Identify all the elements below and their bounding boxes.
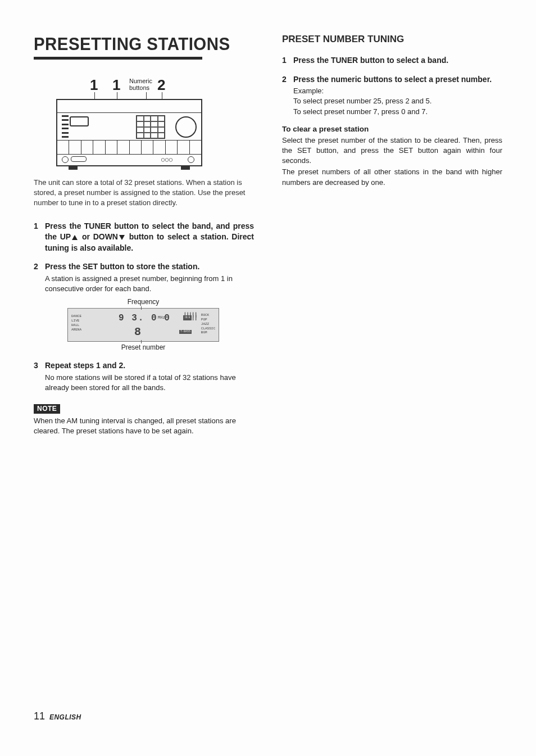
unit-illustration: ○○○ xyxy=(56,99,202,166)
unit-diagram: 1 1 Numeric buttons 2 xyxy=(56,76,202,166)
up-triangle-icon xyxy=(72,235,78,240)
callout-2: 2 xyxy=(157,76,165,94)
numeric-keypad-icon xyxy=(136,115,165,139)
tuning-steps: Press the TUNER button to select a band.… xyxy=(282,55,502,117)
manual-page: PRESETTING STATIONS 1 1 Numeric buttons … xyxy=(0,0,536,756)
intro-text: The unit can store a total of 32 preset … xyxy=(34,178,254,209)
step-3-body: No more stations will be stored if a tot… xyxy=(45,373,254,393)
callout-1a: 1 xyxy=(90,76,98,94)
step-3: Repeat steps 1 and 2. No more stations w… xyxy=(34,360,254,393)
step-2: Press the SET button to store the statio… xyxy=(34,261,254,352)
preset-steps: Press the TUNER button to select the ban… xyxy=(34,221,254,393)
clear-body-1: Select the preset number of the station … xyxy=(282,135,502,166)
clear-body-2: The preset numbers of all other stations… xyxy=(282,167,502,187)
knob-icon xyxy=(175,116,197,138)
note-badge: NOTE xyxy=(34,404,60,414)
page-footer: 11 ENGLISH xyxy=(34,710,81,722)
lcd-left-labels: DANCE LIVE HALL ARENA xyxy=(71,314,81,332)
tuning-step-2-head: Press the numeric buttons to select a pr… xyxy=(293,74,502,85)
example-1: To select preset number 25, press 2 and … xyxy=(293,96,502,106)
clear-heading: To clear a preset station xyxy=(282,125,502,133)
tuning-step-1: Press the TUNER button to select a band. xyxy=(282,55,502,66)
lcd-top-label: Frequency xyxy=(67,297,219,307)
title-rule xyxy=(34,57,202,60)
lcd-preset-number: 8 xyxy=(134,324,141,340)
lcd-display: DANCE LIVE HALL ARENA 9 3. 0 0 MHz 8 BBE… xyxy=(67,308,219,342)
section-title: PRESETTING STATIONS xyxy=(34,34,237,55)
step-2-head: Press the SET button to store the statio… xyxy=(45,261,254,273)
step-3-head: Repeat steps 1 and 2. xyxy=(45,360,254,372)
example-2: To select preset number 7, press 0 and 7… xyxy=(293,107,502,117)
callout-1b: 1 xyxy=(112,76,120,94)
callout-numeric: Numeric buttons xyxy=(129,78,152,91)
step-1: Press the TUNER button to select the ban… xyxy=(34,221,254,254)
tuning-step-1-head: Press the TUNER button to select a band. xyxy=(293,55,502,66)
left-column: PRESETTING STATIONS 1 1 Numeric buttons … xyxy=(34,34,254,436)
port-icon xyxy=(62,156,69,163)
lcd-tbass: T-BASS xyxy=(179,330,192,334)
lcd-figure: Frequency DANCE LIVE HALL ARENA 9 3. 0 0… xyxy=(67,297,219,352)
jack-icon xyxy=(188,156,194,163)
lcd-mhz: MHz xyxy=(158,315,165,321)
lcd-right-labels: ROCK POP JAZZ CLASSIC BGM xyxy=(201,313,215,335)
step-1-head: Press the TUNER button to select the ban… xyxy=(45,221,254,254)
lcd-bottom-label: Preset number xyxy=(67,343,219,352)
right-heading: PRESET NUMBER TUNING xyxy=(282,34,502,45)
tuning-step-2: Press the numeric buttons to select a pr… xyxy=(282,74,502,117)
right-column: PRESET NUMBER TUNING Press the TUNER but… xyxy=(282,34,502,436)
page-language: ENGLISH xyxy=(49,713,81,721)
example-label: Example: xyxy=(293,86,502,96)
note-text: When the AM tuning interval is changed, … xyxy=(34,416,254,436)
down-triangle-icon xyxy=(119,235,125,240)
page-number: 11 xyxy=(34,710,45,722)
step-2-body: A station is assigned a preset number, b… xyxy=(45,274,254,294)
